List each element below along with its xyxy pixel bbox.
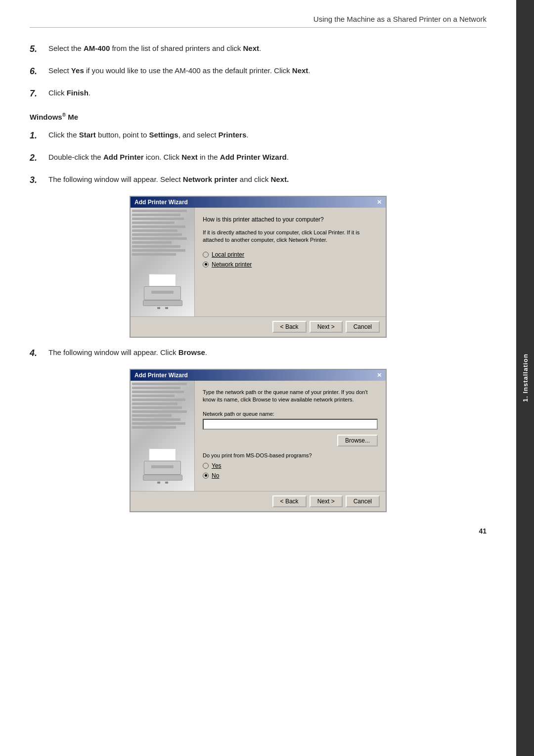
dialog-1-left-panel bbox=[131, 208, 195, 316]
dialog-add-printer-2: Add Printer Wizard ✕ bbox=[130, 369, 387, 512]
dialog-2-radio-group: Yes No bbox=[203, 462, 378, 482]
dialog-1-body: How is this printer attached to your com… bbox=[131, 208, 386, 316]
radio-yes-circle[interactable] bbox=[203, 463, 209, 469]
side-tab: 1. Installation bbox=[516, 0, 534, 756]
dialog-2-titlebar: Add Printer Wizard ✕ bbox=[131, 370, 386, 381]
side-tab-text: 1. Installation bbox=[522, 354, 529, 402]
step-2: 2. Double-click the Add Printer icon. Cl… bbox=[30, 151, 487, 165]
step-text-3: The following window will appear. Select… bbox=[48, 174, 289, 185]
dialog-2-close-icon[interactable]: ✕ bbox=[377, 372, 382, 379]
step-text-4: The following window will appear. Click … bbox=[48, 347, 207, 358]
radio-local-circle[interactable] bbox=[203, 252, 209, 258]
radio-local-label: Local printer bbox=[212, 251, 244, 258]
dialog-2-left-panel bbox=[131, 381, 195, 491]
step-text-5: Select the AM-400 from the list of share… bbox=[48, 43, 261, 54]
dialog-2-cancel-button[interactable]: Cancel bbox=[346, 495, 380, 507]
step-4: 4. The following window will appear. Cli… bbox=[30, 347, 487, 360]
step-5: 5. Select the AM-400 from the list of sh… bbox=[30, 43, 487, 56]
dialog-2-next-button[interactable]: Next > bbox=[310, 495, 343, 507]
page-header: Using the Machine as a Shared Printer on… bbox=[30, 15, 487, 28]
step-7: 7. Click Finish. bbox=[30, 87, 487, 100]
dialog-2-right-panel: Type the network path or the queue name … bbox=[195, 381, 386, 491]
step-text-6: Select Yes if you would like to use the … bbox=[48, 65, 310, 77]
dialog-close-icon[interactable]: ✕ bbox=[377, 199, 382, 206]
dialog-2-title: Add Printer Wizard bbox=[134, 372, 188, 379]
radio-local-printer[interactable]: Local printer bbox=[203, 251, 378, 258]
dialog-2-field-label: Network path or queue name: bbox=[203, 411, 378, 417]
step-number-3: 3. bbox=[30, 174, 44, 187]
dialog-1-right-panel: How is this printer attached to your com… bbox=[195, 208, 386, 316]
step-6: 6. Select Yes if you would like to use t… bbox=[30, 65, 487, 78]
radio-yes-dos[interactable]: Yes bbox=[203, 462, 378, 469]
dialog-2-question2: Do you print from MS-DOS-based programs? bbox=[203, 452, 378, 458]
dialog-2-path-input[interactable] bbox=[203, 419, 378, 430]
step-number-1: 1. bbox=[30, 129, 44, 142]
dialog-2-browse-button[interactable]: Browse... bbox=[337, 435, 378, 446]
dialog-1-title: Add Printer Wizard bbox=[134, 199, 188, 206]
section-heading-windows-me: Windows® Me bbox=[30, 112, 487, 121]
dialog-2-footer: < Back Next > Cancel bbox=[131, 491, 386, 511]
dialog-1-radio-group: Local printer Network printer bbox=[203, 251, 378, 271]
dialog-1-footer: < Back Next > Cancel bbox=[131, 316, 386, 337]
dialog-2-back-button[interactable]: < Back bbox=[272, 495, 307, 507]
dialog-add-printer-1: Add Printer Wizard ✕ bbox=[130, 196, 387, 338]
dialog-2-printer-image bbox=[131, 381, 194, 491]
radio-network-printer[interactable]: Network printer bbox=[203, 261, 378, 268]
radio-yes-label: Yes bbox=[212, 462, 222, 469]
dialog-2-browse-row: Browse... bbox=[203, 435, 378, 446]
step-number-2: 2. bbox=[30, 151, 44, 165]
step-3: 3. The following window will appear. Sel… bbox=[30, 174, 487, 187]
step-number-7: 7. bbox=[30, 87, 44, 100]
dialog-2-description1: Type the network path or the queue name … bbox=[203, 389, 378, 404]
step-text-7: Click Finish. bbox=[48, 87, 90, 99]
step-1: 1. Click the Start button, point to Sett… bbox=[30, 129, 487, 142]
page-number: 41 bbox=[30, 527, 487, 535]
radio-no-label: No bbox=[212, 472, 219, 479]
dialog-1-next-button[interactable]: Next > bbox=[310, 321, 343, 333]
radio-no-circle[interactable] bbox=[203, 473, 209, 479]
dialog-1-printer-image bbox=[131, 208, 194, 316]
step-number-4: 4. bbox=[30, 347, 44, 360]
step-text-1: Click the Start button, point to Setting… bbox=[48, 129, 248, 141]
dialog-1-back-button[interactable]: < Back bbox=[272, 321, 307, 333]
step-text-2: Double-click the Add Printer icon. Click… bbox=[48, 151, 289, 163]
radio-no-dos[interactable]: No bbox=[203, 472, 378, 479]
step-number-5: 5. bbox=[30, 43, 44, 56]
radio-network-circle[interactable] bbox=[203, 262, 209, 267]
dialog-2-body: Type the network path or the queue name … bbox=[131, 381, 386, 491]
step-number-6: 6. bbox=[30, 65, 44, 78]
dialog-1-question: How is this printer attached to your com… bbox=[203, 216, 378, 224]
dialog-1-titlebar: Add Printer Wizard ✕ bbox=[131, 197, 386, 208]
dialog-1-cancel-button[interactable]: Cancel bbox=[346, 321, 380, 333]
radio-network-label: Network printer bbox=[212, 261, 252, 268]
dialog-1-description: If it is directly attached to your compu… bbox=[203, 229, 378, 244]
